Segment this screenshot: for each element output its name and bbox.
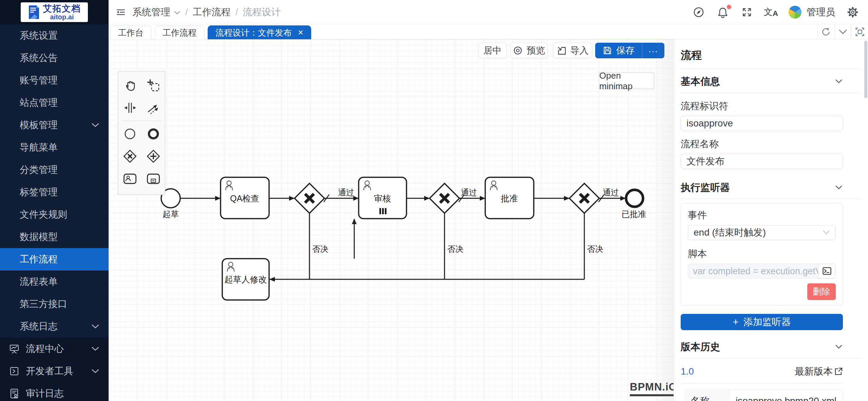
table-row: 名称 isoapprove.bpmn20.xml — [684, 389, 843, 401]
save-more-button[interactable]: ... — [642, 43, 664, 58]
edge-label-pass-2: 通过 — [461, 188, 477, 197]
process-name-input[interactable] — [681, 154, 843, 169]
save-button[interactable]: 保存 — [595, 43, 642, 58]
palette-create-end-event[interactable] — [141, 123, 165, 145]
breadcrumb-system-admin[interactable]: 系统管理 — [132, 6, 170, 19]
document-logo-icon — [28, 5, 40, 20]
menu-fold-icon — [116, 7, 126, 17]
header: 系统管理 / 工作流程 / 流程设计 文A 管理员 — [109, 0, 868, 24]
chevron-down-icon — [91, 346, 100, 352]
section-execution-listeners[interactable]: 执行监听器 — [681, 181, 843, 195]
sidebar-item-categories[interactable]: 分类管理 — [0, 159, 109, 181]
bpmn-task-qa[interactable]: QA检查 — [221, 177, 269, 219]
hand-tool-icon — [123, 78, 137, 93]
sidebar-item-system-settings[interactable]: 系统设置 — [0, 24, 109, 47]
chevron-down-icon — [91, 368, 100, 374]
save-split-button: 保存 ... — [595, 43, 664, 58]
sidebar-item-folder-rules[interactable]: 文件夹规则 — [0, 203, 109, 226]
sidebar-item-developer-tools[interactable]: 开发者工具 — [0, 360, 109, 382]
tab-workflows[interactable]: 工作流程 — [155, 25, 204, 39]
sidebar-item-sites[interactable]: 站点管理 — [0, 92, 109, 114]
sidebar-item-data-models[interactable]: 数据模型 — [0, 226, 109, 248]
close-icon[interactable]: × — [298, 28, 303, 37]
sidebar-collapse-button[interactable] — [114, 5, 128, 19]
username[interactable]: 管理员 — [807, 6, 835, 19]
maximize-view-button[interactable] — [851, 24, 868, 39]
section-version-history[interactable]: 版本历史 — [681, 340, 843, 354]
latest-version-link[interactable]: 最新版本 — [795, 365, 843, 378]
space-tool-icon — [123, 101, 137, 115]
explore-button[interactable] — [692, 6, 705, 19]
multi-instance-marker — [379, 208, 386, 214]
tab-workbench[interactable]: 工作台 — [110, 25, 151, 39]
center-diagram-button[interactable]: 居中 — [478, 43, 507, 58]
event-label: 事件 — [688, 209, 836, 222]
section-basic-info[interactable]: 基本信息 — [681, 75, 843, 88]
delete-listener-button[interactable]: 删除 — [807, 283, 836, 300]
palette-separator — [121, 121, 162, 121]
developer-tools-icon — [9, 366, 20, 377]
bpmn-canvas[interactable]: 起草 QA检查 审核 批准 — [109, 39, 674, 401]
palette-space-tool[interactable] — [118, 97, 141, 119]
notification-dot — [727, 5, 731, 9]
sidebar-menu: 系统设置 系统公告 账号管理 站点管理 模板管理 导航菜单 分类管理 标签管理 … — [0, 24, 109, 401]
tab-bar-actions — [817, 24, 868, 39]
edge-label-reject-1: 否决 — [312, 244, 328, 254]
language-switch-button[interactable]: 文A — [765, 6, 777, 19]
add-listener-button[interactable]: + 添加监听器 — [681, 314, 843, 330]
sidebar-item-templates[interactable]: 模板管理 — [0, 114, 109, 136]
refresh-tab-button[interactable] — [817, 24, 834, 39]
bpmn-task-approve[interactable]: 批准 — [485, 177, 534, 219]
chevron-down-icon — [823, 230, 830, 235]
palette-create-subprocess[interactable] — [141, 167, 165, 190]
palette-global-connect-tool[interactable] — [141, 97, 165, 119]
avatar[interactable] — [789, 6, 801, 19]
bpmn-gateway-1[interactable] — [295, 183, 324, 213]
bpmn-gateway-2[interactable] — [430, 183, 459, 213]
settings-button[interactable] — [846, 6, 859, 19]
preview-button[interactable]: 预览 — [510, 43, 548, 58]
import-button[interactable]: 导入 — [553, 43, 592, 58]
sidebar-item-tags[interactable]: 标签管理 — [0, 181, 109, 203]
palette-create-exclusive-gateway[interactable] — [118, 145, 141, 167]
save-icon — [603, 46, 612, 55]
bpmn-gateway-3[interactable] — [569, 183, 599, 213]
chevron-down-icon — [835, 344, 843, 350]
panel-scrollbar[interactable] — [864, 41, 867, 98]
palette-create-user-task[interactable] — [118, 167, 141, 190]
palette-create-parallel-gateway[interactable] — [141, 145, 165, 167]
sidebar-item-process-forms[interactable]: 流程表单 — [0, 270, 109, 293]
bpmn-task-revise[interactable]: 起草人修改 — [222, 259, 269, 300]
bpmn-palette — [118, 71, 165, 195]
process-id-input[interactable] — [681, 116, 843, 131]
event-select[interactable]: end (结束时触发) — [688, 225, 836, 240]
lasso-tool-icon — [146, 78, 161, 93]
tab-options-button[interactable] — [834, 24, 851, 39]
logo-domain: aitop.ai — [50, 14, 74, 20]
sidebar-item-accounts[interactable]: 账号管理 — [0, 69, 109, 92]
breadcrumb-workflows[interactable]: 工作流程 — [193, 6, 231, 19]
bpmn-task-review[interactable]: 审核 — [359, 177, 407, 219]
fullscreen-button[interactable] — [740, 6, 753, 19]
sidebar-item-audit-logs[interactable]: 审计日志 — [0, 382, 109, 401]
sidebar-item-workflows[interactable]: 工作流程 — [0, 248, 109, 270]
script-input[interactable]: var completed = execution.getVariable('w… — [688, 264, 818, 279]
open-minimap-button[interactable]: Open minimap — [599, 73, 654, 89]
sidebar-item-process-center[interactable]: 流程中心 — [0, 338, 109, 360]
bpmn-label-approve: 批准 — [501, 194, 518, 203]
palette-lasso-tool[interactable] — [141, 74, 165, 97]
bpmn-io-watermark[interactable]: BPMN.iO — [630, 381, 677, 396]
chevron-down-icon — [174, 11, 181, 15]
version-number-link[interactable]: 1.0 — [681, 366, 694, 377]
process-center-icon — [9, 343, 20, 354]
palette-create-start-event[interactable] — [118, 123, 141, 145]
open-script-editor-button[interactable] — [818, 264, 836, 279]
palette-hand-tool[interactable] — [118, 74, 141, 97]
bpmn-end-event[interactable]: 已批准 — [622, 190, 646, 219]
sidebar-item-third-party-api[interactable]: 第三方接口 — [0, 293, 109, 315]
sidebar-item-system-logs[interactable]: 系统日志 — [0, 315, 109, 338]
tab-process-design[interactable]: 流程设计：文件发布× — [208, 25, 311, 39]
notifications-button[interactable] — [716, 6, 729, 19]
sidebar-item-announcements[interactable]: 系统公告 — [0, 47, 109, 69]
sidebar-item-nav-menu[interactable]: 导航菜单 — [0, 136, 109, 159]
